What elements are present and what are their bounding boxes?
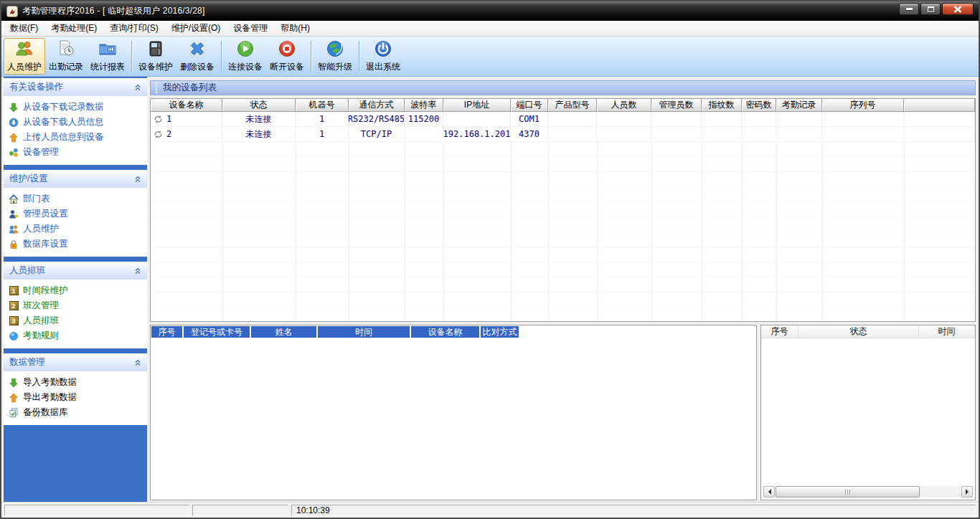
scrollbar-track[interactable]: [775, 486, 961, 497]
toolbar-button-disconnect-device[interactable]: 断开设备: [266, 38, 308, 75]
sidebar-item-personnel-maintenance[interactable]: 人员维护: [9, 222, 146, 237]
device-row-2-admins[interactable]: [651, 127, 702, 142]
collapse-chevron-icon[interactable]: [134, 84, 141, 91]
device-row-1-baud[interactable]: 115200: [405, 112, 443, 127]
sidebar-item-department-table[interactable]: 部门表: [9, 191, 146, 206]
col-header-time[interactable]: 时间: [919, 325, 975, 338]
sidebar-item-admin-settings[interactable]: 管理员设置: [9, 206, 146, 222]
menu-attendance-processing[interactable]: 考勤处理(E): [44, 21, 103, 36]
collapse-chevron-icon[interactable]: [134, 359, 141, 366]
device-row-2-persons[interactable]: [597, 127, 651, 142]
sidebar-item-download-records[interactable]: 从设备下载记录数据: [9, 100, 146, 115]
device-row-2-machine[interactable]: 1: [296, 127, 349, 142]
green-play-icon: [236, 39, 255, 60]
sidebar-item-import-attendance-data[interactable]: 导入考勤数据: [9, 375, 146, 390]
sidebar-item-database-settings[interactable]: 数据库设置: [9, 237, 146, 252]
device-row-1-comm[interactable]: RS232/RS485: [349, 112, 405, 127]
sidebar-item-device-management[interactable]: 设备管理: [9, 145, 146, 160]
collapse-chevron-icon[interactable]: [134, 267, 141, 275]
device-row-1-machine[interactable]: 1: [296, 112, 349, 127]
device-row-1-status[interactable]: 未连接: [222, 112, 296, 127]
sidebar-item-upload-personnel[interactable]: 上传人员信息到设备: [9, 130, 146, 145]
section-header-data-management[interactable]: 数据管理: [4, 353, 147, 371]
col-header-device-name[interactable]: 设备名称: [151, 99, 222, 112]
device-row-1-records[interactable]: [776, 112, 822, 127]
minimize-button[interactable]: [899, 3, 919, 15]
col-header-product-model[interactable]: 产品型号: [548, 99, 597, 112]
sidebar-item-time-period-maintenance[interactable]: 1 时间段维护: [9, 283, 146, 298]
toolbar-button-smart-upgrade[interactable]: 智能升级: [314, 38, 356, 75]
device-row-1-admins[interactable]: [651, 112, 702, 127]
sidebar-item-backup-database[interactable]: 备份数据库: [9, 405, 146, 420]
section-header-personnel-scheduling[interactable]: 人员排班: [4, 262, 147, 280]
col-header-id-or-card[interactable]: 登记号或卡号: [184, 326, 250, 338]
drag-grip-icon[interactable]: [155, 82, 158, 94]
col-header-admin-count[interactable]: 管理员数: [651, 99, 702, 112]
device-row-2-records[interactable]: [776, 127, 822, 142]
device-row-1-serial[interactable]: [822, 112, 904, 127]
col-header-seq[interactable]: 序号: [761, 325, 798, 338]
device-row-2-serial[interactable]: [822, 127, 904, 142]
col-header-port[interactable]: 端口号: [511, 99, 548, 112]
device-row-2-product[interactable]: [548, 127, 597, 142]
device-row-1-passwords[interactable]: [742, 112, 776, 127]
toolbar-button-delete-device[interactable]: 删除设备: [176, 38, 218, 75]
scrollbar-thumb[interactable]: [776, 486, 920, 497]
col-header-serial-no[interactable]: 序列号: [822, 99, 904, 112]
menu-data[interactable]: 数据(F): [4, 21, 44, 36]
col-header-person-count[interactable]: 人员数: [597, 99, 651, 112]
device-row-2-passwords[interactable]: [742, 127, 776, 142]
toolbar-button-personnel-maintenance[interactable]: 人员维护: [4, 38, 45, 75]
horizontal-scrollbar[interactable]: [763, 486, 973, 497]
toolbar-button-connect-device[interactable]: 连接设备: [225, 38, 266, 75]
scroll-right-button[interactable]: [961, 486, 973, 497]
col-header-time[interactable]: 时间: [318, 326, 410, 338]
col-header-ip-address[interactable]: IP地址: [443, 99, 511, 112]
title-bar[interactable]: 考勤管理程序2016 - [ 临时超级用户 2016/3/28]: [1, 1, 979, 21]
col-header-baud-rate[interactable]: 波特率: [405, 99, 443, 112]
menu-device-management[interactable]: 设备管理: [227, 21, 274, 36]
sidebar-item-personnel-scheduling[interactable]: 3 人员排班: [9, 313, 146, 328]
device-row-1-persons[interactable]: [597, 112, 651, 127]
sidebar-item-shift-management[interactable]: 2 班次管理: [9, 298, 146, 313]
device-row-1-ip[interactable]: [443, 112, 511, 127]
device-row-2-fingerprints[interactable]: [702, 127, 742, 142]
device-row-2-ip[interactable]: 192.168.1.201: [443, 127, 511, 142]
section-header-device-operations[interactable]: 有关设备操作: [4, 78, 147, 96]
sidebar-item-export-attendance-data[interactable]: 导出考勤数据: [9, 390, 146, 405]
toolbar-button-exit-system[interactable]: 退出系统: [362, 38, 404, 75]
menu-query-print[interactable]: 查询/打印(S): [103, 21, 164, 36]
col-header-attendance-records[interactable]: 考勤记录: [776, 99, 822, 112]
col-header-comm-mode[interactable]: 通信方式: [349, 99, 405, 112]
menu-help[interactable]: 帮助(H): [274, 21, 316, 36]
col-header-name[interactable]: 姓名: [251, 326, 316, 338]
close-button[interactable]: [942, 3, 974, 15]
col-header-device-name[interactable]: 设备名称: [411, 326, 479, 338]
toolbar-button-device-maintenance[interactable]: 设备维护: [135, 38, 176, 75]
maximize-button[interactable]: [920, 3, 941, 15]
scroll-left-button[interactable]: [763, 486, 775, 497]
section-header-maintenance-settings[interactable]: 维护/设置: [4, 170, 147, 188]
col-header-fingerprint-count[interactable]: 指纹数: [702, 99, 742, 112]
col-header-seq[interactable]: 序号: [151, 326, 182, 338]
device-row-2-comm[interactable]: TCP/IP: [349, 127, 405, 142]
toolbar-button-attendance-records[interactable]: 出勤记录: [45, 38, 87, 75]
col-header-password-count[interactable]: 密码数: [742, 99, 776, 112]
device-row-1-port[interactable]: COM1: [511, 112, 548, 127]
col-header-machine-no[interactable]: 机器号: [296, 99, 349, 112]
collapse-chevron-icon[interactable]: [134, 176, 141, 183]
device-row-2-name[interactable]: 2: [151, 127, 222, 142]
device-row-2-baud[interactable]: [405, 127, 443, 142]
device-row-1-name[interactable]: 1: [151, 112, 222, 127]
device-row-1-fingerprints[interactable]: [702, 112, 742, 127]
sidebar-item-download-personnel[interactable]: 从设备下载人员信息: [9, 115, 146, 130]
device-row-2-port[interactable]: 4370: [511, 127, 548, 142]
toolbar-button-statistics-report[interactable]: 统计报表: [87, 38, 128, 75]
device-row-2-status[interactable]: 未连接: [222, 127, 296, 142]
col-header-status[interactable]: 状态: [222, 99, 296, 112]
col-header-verify-mode[interactable]: 比对方式: [481, 326, 519, 338]
device-row-1-product[interactable]: [548, 112, 597, 127]
menu-maintenance-settings[interactable]: 维护/设置(O): [165, 21, 227, 36]
col-header-status[interactable]: 状态: [798, 325, 919, 338]
sidebar-item-attendance-rules[interactable]: 考勤规则: [9, 328, 146, 343]
